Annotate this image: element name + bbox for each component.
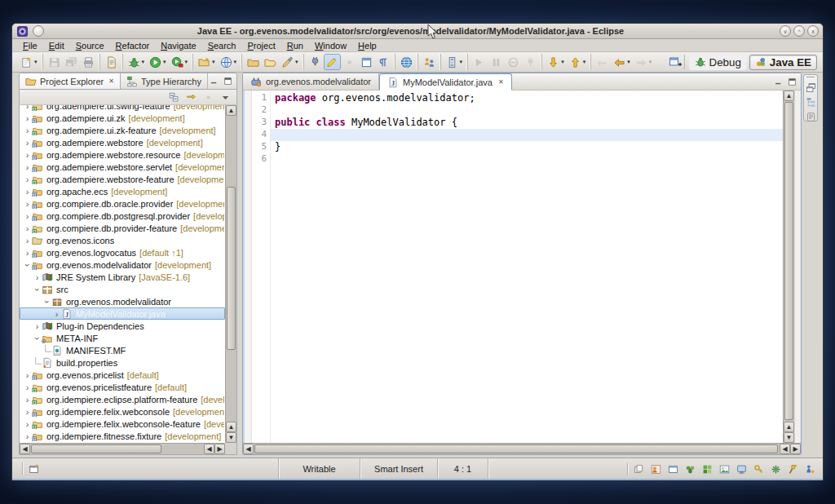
restore-button[interactable]: [805, 82, 817, 93]
new-wizard-button[interactable]: ▾: [18, 54, 40, 70]
menu-window[interactable]: Window: [309, 41, 352, 51]
outline-button[interactable]: [805, 97, 817, 108]
expand-arrow-icon[interactable]: ›: [33, 273, 42, 281]
menu-file[interactable]: File: [17, 41, 43, 51]
tree-item[interactable]: ›META-INF: [20, 332, 225, 344]
expand-arrow-icon[interactable]: ›: [23, 396, 32, 404]
tree-item[interactable]: ›org.adempiere.ui.swing-feature[developm…: [20, 105, 225, 112]
tree-item[interactable]: ›org.compiere.db.oracle.provider[develop…: [20, 197, 225, 210]
collapse-arrow-icon[interactable]: ›: [24, 260, 32, 269]
scroll-down-button[interactable]: ▼: [226, 432, 236, 443]
tree-item[interactable]: ›org.evenos.icons: [20, 234, 225, 246]
menu-refactor[interactable]: Refactor: [110, 41, 156, 51]
tab-type-hierarchy[interactable]: Type Hierarchy: [121, 73, 208, 89]
expand-arrow-icon[interactable]: ›: [23, 408, 32, 416]
link-with-editor-button[interactable]: [185, 91, 197, 103]
document-button[interactable]: [103, 54, 120, 70]
tree-item[interactable]: ›org.compiere.db.provider-feature[develo…: [20, 222, 225, 234]
print-button[interactable]: [80, 54, 97, 70]
menu-search[interactable]: Search: [202, 41, 242, 51]
dropdown-caret-icon[interactable]: ▾: [649, 59, 652, 65]
tree-item[interactable]: ›org.adempiere.ui.zk-feature[development…: [20, 124, 225, 136]
editor-tab-mymodelvalidator-java[interactable]: JMyModelValidator.java✕: [379, 73, 512, 91]
focus-dot-button[interactable]: [341, 54, 358, 70]
view-menu-button[interactable]: [219, 91, 232, 103]
annotation-ruler[interactable]: [245, 91, 252, 443]
collapse-arrow-icon[interactable]: ›: [33, 285, 42, 294]
tree-item[interactable]: ›src: [20, 283, 225, 295]
tree-item[interactable]: ›org.evenos.logvocatus[default ↑1]: [20, 246, 225, 259]
scroll-thumb[interactable]: [784, 102, 793, 420]
scroll-left-button[interactable]: ◀: [20, 444, 30, 454]
back-button[interactable]: ▾: [611, 54, 633, 70]
expand-arrow-icon[interactable]: ›: [23, 432, 32, 440]
scroll-right-button[interactable]: ▶: [214, 444, 225, 454]
new-javaee-button[interactable]: ▾: [196, 54, 218, 70]
expand-arrow-icon[interactable]: ›: [23, 420, 32, 428]
window-menu-button[interactable]: [33, 25, 44, 37]
code-line[interactable]: [271, 153, 783, 166]
trim-user-button[interactable]: [650, 464, 662, 475]
tree-item[interactable]: ›org.idempiere.felix.webconsole-feature[…: [20, 418, 225, 430]
drag-handle[interactable]: [806, 77, 815, 78]
titlebar[interactable]: Java EE - org.evenos.modelvalidator/src/…: [12, 24, 823, 39]
close-button[interactable]: x: [807, 25, 819, 37]
dropdown-caret-icon[interactable]: ▾: [460, 59, 463, 65]
expand-arrow-icon[interactable]: ›: [52, 310, 61, 318]
code-line[interactable]: }: [271, 141, 783, 153]
tree-item[interactable]: ›org.apache.ecs[development]: [20, 185, 225, 197]
tree-horizontal-scrollbar[interactable]: ◀ ◀ ▶: [20, 443, 225, 454]
menu-run[interactable]: Run: [281, 41, 309, 51]
tree-item[interactable]: MANIFEST.MF: [20, 344, 225, 356]
disconnect-button[interactable]: [522, 54, 539, 70]
eclipse-app-icon[interactable]: [16, 25, 29, 38]
expand-arrow-icon[interactable]: ›: [23, 212, 32, 220]
dropdown-caret-icon[interactable]: ▾: [627, 59, 630, 65]
collapse-all-button[interactable]: [168, 91, 180, 103]
line-number-ruler[interactable]: 123456: [252, 91, 271, 443]
scroll-left-button[interactable]: ◀: [204, 444, 214, 454]
last-edit-button[interactable]: [594, 54, 611, 70]
perspective-java-ee[interactable]: Java EE: [749, 55, 817, 70]
menu-help[interactable]: Help: [352, 41, 382, 51]
code-line[interactable]: [271, 104, 783, 117]
expand-arrow-icon[interactable]: ›: [23, 224, 32, 232]
tree-item[interactable]: ›org.evenos.pricelistfeature[default]: [20, 381, 225, 393]
dropdown-caret-icon[interactable]: ▾: [295, 59, 298, 65]
expand-arrow-icon[interactable]: ›: [23, 163, 32, 171]
last-edit-location-button[interactable]: [358, 54, 375, 70]
expand-arrow-icon[interactable]: ›: [23, 126, 32, 135]
expand-arrow-icon[interactable]: ›: [23, 114, 32, 122]
tree-item[interactable]: ›org.adempiere.webstore.resource[develop…: [20, 148, 225, 161]
trim-monitor-button[interactable]: [736, 464, 748, 475]
terminate-button[interactable]: [505, 54, 522, 70]
expand-arrow-icon[interactable]: ›: [23, 383, 32, 391]
tree-item[interactable]: ›org.compiere.db.postgresql.provider[dev…: [20, 210, 225, 222]
dropdown-caret-icon[interactable]: ▾: [185, 59, 188, 65]
code-editor[interactable]: package org.evenos.modelvalidator;public…: [271, 91, 783, 443]
expand-arrow-icon[interactable]: ›: [23, 371, 32, 379]
expand-arrow-icon[interactable]: ›: [23, 139, 32, 147]
close-icon[interactable]: ✕: [108, 77, 114, 85]
dropdown-caret-icon[interactable]: ▾: [142, 59, 145, 65]
trim-plants-button[interactable]: [684, 464, 696, 475]
next-annotation-button[interactable]: ▾: [545, 54, 567, 70]
tree-item[interactable]: ›Plug-in Dependencies: [20, 320, 225, 332]
expand-arrow-icon[interactable]: ›: [23, 237, 32, 245]
open-type-button[interactable]: [262, 54, 279, 70]
tree-item[interactable]: ›org.evenos.modelvalidator[development]: [20, 259, 225, 271]
dropdown-caret-icon[interactable]: ▾: [561, 59, 564, 65]
scroll-thumb[interactable]: [31, 444, 161, 453]
menu-navigate[interactable]: Navigate: [155, 41, 201, 51]
collapse-arrow-icon[interactable]: ›: [33, 334, 42, 343]
minimize-button[interactable]: v: [780, 25, 791, 37]
editor-vertical-scrollbar[interactable]: ▲ ▲ ▼: [783, 91, 794, 443]
trim-pages-button[interactable]: [633, 464, 645, 475]
focus-dot-button[interactable]: [202, 91, 214, 103]
trim-image-button[interactable]: [718, 464, 731, 475]
tree-item[interactable]: ›org.idempiere.felix.webconsole[developm…: [20, 405, 225, 418]
editor-tab-org-evenos-modelvalidator[interactable]: org.evenos.modelvalidator: [243, 73, 379, 90]
trim-torch-button[interactable]: [787, 464, 799, 475]
dropdown-caret-icon[interactable]: ▾: [163, 59, 166, 65]
code-line[interactable]: public class MyModelValidator {: [271, 117, 783, 129]
